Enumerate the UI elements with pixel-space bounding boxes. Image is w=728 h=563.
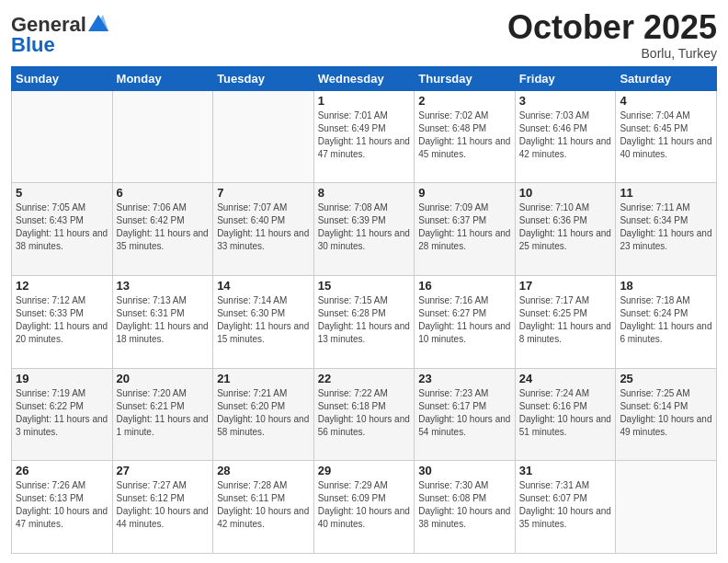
month-title: October 2025 [507, 9, 717, 46]
day-number: 17 [519, 279, 612, 293]
day-number: 28 [217, 464, 310, 477]
title-block: October 2025 Borlu, Turkey [507, 9, 717, 61]
day-number: 23 [418, 372, 511, 385]
day-number: 18 [620, 279, 712, 293]
table-row: 3Sunrise: 7:03 AM Sunset: 6:46 PM Daylig… [515, 90, 616, 183]
day-number: 5 [16, 186, 108, 200]
day-info: Sunrise: 7:17 AM Sunset: 6:25 PM Dayligh… [519, 294, 612, 346]
table-row: 17Sunrise: 7:17 AM Sunset: 6:25 PM Dayli… [515, 275, 616, 368]
logo: General Blue [11, 13, 108, 57]
header: General Blue October 2025 Borlu, Turkey [11, 9, 717, 61]
col-monday: Monday [112, 66, 213, 90]
day-info: Sunrise: 7:14 AM Sunset: 6:30 PM Dayligh… [217, 294, 310, 346]
day-number: 21 [217, 372, 310, 385]
day-number: 8 [318, 186, 411, 200]
day-info: Sunrise: 7:03 AM Sunset: 6:46 PM Dayligh… [519, 109, 612, 161]
table-row: 10Sunrise: 7:10 AM Sunset: 6:36 PM Dayli… [515, 183, 616, 276]
table-row: 8Sunrise: 7:08 AM Sunset: 6:39 PM Daylig… [313, 183, 415, 276]
table-row: 15Sunrise: 7:15 AM Sunset: 6:28 PM Dayli… [313, 275, 415, 368]
day-info: Sunrise: 7:25 AM Sunset: 6:14 PM Dayligh… [620, 387, 712, 439]
table-row: 22Sunrise: 7:22 AM Sunset: 6:18 PM Dayli… [313, 368, 415, 461]
table-row: 31Sunrise: 7:31 AM Sunset: 6:07 PM Dayli… [515, 461, 616, 554]
calendar-header-row: Sunday Monday Tuesday Wednesday Thursday… [12, 66, 717, 90]
page: General Blue October 2025 Borlu, Turkey … [0, 0, 728, 563]
day-number: 22 [318, 372, 411, 385]
day-info: Sunrise: 7:04 AM Sunset: 6:45 PM Dayligh… [620, 109, 712, 161]
day-info: Sunrise: 7:18 AM Sunset: 6:24 PM Dayligh… [620, 294, 712, 346]
calendar-table: Sunday Monday Tuesday Wednesday Thursday… [11, 66, 717, 554]
day-info: Sunrise: 7:21 AM Sunset: 6:20 PM Dayligh… [217, 387, 310, 439]
day-info: Sunrise: 7:10 AM Sunset: 6:36 PM Dayligh… [519, 201, 612, 253]
day-number: 27 [117, 464, 210, 477]
day-info: Sunrise: 7:31 AM Sunset: 6:07 PM Dayligh… [519, 479, 612, 531]
day-info: Sunrise: 7:07 AM Sunset: 6:40 PM Dayligh… [217, 201, 310, 253]
day-number: 20 [117, 372, 210, 385]
table-row [12, 90, 113, 183]
day-info: Sunrise: 7:29 AM Sunset: 6:09 PM Dayligh… [318, 479, 411, 531]
day-number: 31 [519, 464, 612, 477]
day-number: 2 [418, 94, 511, 108]
table-row: 7Sunrise: 7:07 AM Sunset: 6:40 PM Daylig… [213, 183, 314, 276]
col-sunday: Sunday [12, 66, 113, 90]
day-info: Sunrise: 7:15 AM Sunset: 6:28 PM Dayligh… [318, 294, 411, 346]
table-row: 20Sunrise: 7:20 AM Sunset: 6:21 PM Dayli… [112, 368, 213, 461]
day-number: 9 [418, 186, 511, 200]
day-number: 25 [620, 372, 712, 385]
col-friday: Friday [515, 66, 616, 90]
day-info: Sunrise: 7:09 AM Sunset: 6:37 PM Dayligh… [418, 201, 511, 253]
day-number: 16 [418, 279, 511, 293]
table-row: 13Sunrise: 7:13 AM Sunset: 6:31 PM Dayli… [112, 275, 213, 368]
day-info: Sunrise: 7:26 AM Sunset: 6:13 PM Dayligh… [16, 479, 108, 531]
day-info: Sunrise: 7:11 AM Sunset: 6:34 PM Dayligh… [620, 201, 712, 253]
day-info: Sunrise: 7:16 AM Sunset: 6:27 PM Dayligh… [418, 294, 511, 346]
table-row: 27Sunrise: 7:27 AM Sunset: 6:12 PM Dayli… [112, 461, 213, 554]
day-number: 30 [418, 464, 511, 477]
calendar-week-row: 1Sunrise: 7:01 AM Sunset: 6:49 PM Daylig… [12, 90, 717, 183]
table-row: 1Sunrise: 7:01 AM Sunset: 6:49 PM Daylig… [313, 90, 415, 183]
table-row: 11Sunrise: 7:11 AM Sunset: 6:34 PM Dayli… [616, 183, 717, 276]
day-info: Sunrise: 7:24 AM Sunset: 6:16 PM Dayligh… [519, 387, 612, 439]
calendar-week-row: 5Sunrise: 7:05 AM Sunset: 6:43 PM Daylig… [12, 183, 717, 276]
col-thursday: Thursday [415, 66, 516, 90]
day-info: Sunrise: 7:22 AM Sunset: 6:18 PM Dayligh… [318, 387, 411, 439]
table-row: 6Sunrise: 7:06 AM Sunset: 6:42 PM Daylig… [112, 183, 213, 276]
table-row: 30Sunrise: 7:30 AM Sunset: 6:08 PM Dayli… [415, 461, 516, 554]
day-number: 10 [519, 186, 612, 200]
table-row: 5Sunrise: 7:05 AM Sunset: 6:43 PM Daylig… [12, 183, 113, 276]
table-row: 4Sunrise: 7:04 AM Sunset: 6:45 PM Daylig… [616, 90, 717, 183]
day-number: 12 [16, 279, 108, 293]
table-row [213, 90, 314, 183]
day-info: Sunrise: 7:12 AM Sunset: 6:33 PM Dayligh… [16, 294, 108, 346]
table-row [616, 461, 717, 554]
table-row: 18Sunrise: 7:18 AM Sunset: 6:24 PM Dayli… [616, 275, 717, 368]
day-info: Sunrise: 7:20 AM Sunset: 6:21 PM Dayligh… [117, 387, 210, 439]
day-number: 29 [318, 464, 411, 477]
table-row: 21Sunrise: 7:21 AM Sunset: 6:20 PM Dayli… [213, 368, 314, 461]
day-info: Sunrise: 7:06 AM Sunset: 6:42 PM Dayligh… [117, 201, 210, 253]
day-info: Sunrise: 7:13 AM Sunset: 6:31 PM Dayligh… [117, 294, 210, 346]
day-number: 11 [620, 186, 712, 200]
col-wednesday: Wednesday [313, 66, 415, 90]
day-number: 15 [318, 279, 411, 293]
day-number: 7 [217, 186, 310, 200]
table-row: 9Sunrise: 7:09 AM Sunset: 6:37 PM Daylig… [415, 183, 516, 276]
table-row: 24Sunrise: 7:24 AM Sunset: 6:16 PM Dayli… [515, 368, 616, 461]
day-number: 6 [117, 186, 210, 200]
day-info: Sunrise: 7:05 AM Sunset: 6:43 PM Dayligh… [16, 201, 108, 253]
day-info: Sunrise: 7:08 AM Sunset: 6:39 PM Dayligh… [318, 201, 411, 253]
table-row: 23Sunrise: 7:23 AM Sunset: 6:17 PM Dayli… [415, 368, 516, 461]
day-number: 4 [620, 94, 712, 108]
day-info: Sunrise: 7:30 AM Sunset: 6:08 PM Dayligh… [418, 479, 511, 531]
day-number: 1 [318, 94, 411, 108]
day-info: Sunrise: 7:28 AM Sunset: 6:11 PM Dayligh… [217, 479, 310, 531]
col-tuesday: Tuesday [213, 66, 314, 90]
table-row: 19Sunrise: 7:19 AM Sunset: 6:22 PM Dayli… [12, 368, 113, 461]
table-row: 14Sunrise: 7:14 AM Sunset: 6:30 PM Dayli… [213, 275, 314, 368]
day-number: 24 [519, 372, 612, 385]
table-row: 25Sunrise: 7:25 AM Sunset: 6:14 PM Dayli… [616, 368, 717, 461]
location-subtitle: Borlu, Turkey [507, 46, 717, 61]
day-number: 13 [117, 279, 210, 293]
calendar-week-row: 12Sunrise: 7:12 AM Sunset: 6:33 PM Dayli… [12, 275, 717, 368]
logo-icon [88, 15, 108, 31]
calendar-week-row: 26Sunrise: 7:26 AM Sunset: 6:13 PM Dayli… [12, 461, 717, 554]
